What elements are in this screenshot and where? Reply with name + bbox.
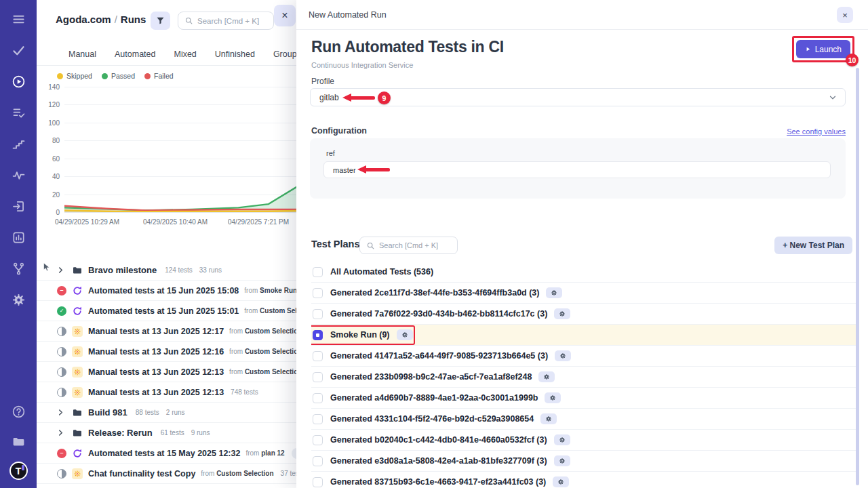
run-title[interactable]: Manual tests at 13 Jun 2025 12:17 [88, 327, 224, 336]
run-row[interactable]: Automated tests at 15 Jun 2025 15:01 fro… [37, 301, 296, 321]
run-title[interactable]: Manual tests at 13 Jun 2025 12:13 [88, 388, 224, 397]
run-folder-row[interactable]: Release: Rerun 61 tests 9 runs [37, 423, 296, 443]
sidebar-item-test-plans[interactable] [9, 103, 28, 122]
test-plan-settings-button[interactable] [397, 329, 413, 340]
sidebar-item-tests[interactable] [9, 41, 28, 60]
panel-close-button[interactable]: × [274, 5, 296, 26]
test-plan-checkbox[interactable] [313, 456, 323, 466]
filter-button[interactable] [151, 12, 170, 30]
tab-unfinished[interactable]: Unfinished [215, 49, 255, 59]
see-config-values-link[interactable]: See config values [787, 127, 846, 136]
user-avatar[interactable]: T [9, 462, 28, 480]
test-plan-label[interactable]: All Automated Tests (536) [330, 267, 433, 277]
test-plan-label[interactable]: Generated 7a76f022-93d0-434b-b462-bb8114… [330, 309, 547, 319]
chevron-right-icon[interactable] [57, 266, 64, 274]
sidebar-item-projects[interactable] [9, 432, 28, 451]
launch-button[interactable]: Launch [796, 40, 850, 58]
test-plan-checkbox[interactable] [313, 414, 323, 424]
new-test-plan-button[interactable]: + New Test Plan [774, 237, 852, 254]
test-plan-checkbox[interactable] [313, 477, 323, 487]
test-plan-settings-button[interactable] [538, 371, 555, 382]
run-title[interactable]: Automated tests at 15 Jun 2025 15:08 [88, 286, 239, 296]
test-plan-settings-button[interactable] [554, 308, 570, 319]
test-plan-checkbox[interactable] [313, 393, 323, 403]
chevron-right-icon[interactable] [57, 429, 64, 436]
folder-name[interactable]: Release: Rerun [88, 428, 153, 438]
test-plans-search[interactable] [359, 237, 458, 254]
run-title[interactable]: Automated tests at 15 May 2025 12:32 [88, 449, 240, 458]
test-plan-checkbox[interactable] [313, 267, 323, 277]
test-plan-row[interactable]: Generated a4d690b7-8889-4ae1-92aa-0c3001… [311, 388, 859, 409]
sidebar-item-menu[interactable] [9, 9, 28, 28]
test-plan-row[interactable]: Smoke Run (9) [311, 325, 859, 346]
test-plan-label[interactable]: Generated 4331c104-f5f2-476e-b92d-c529a3… [330, 414, 534, 424]
test-plan-checkbox[interactable] [313, 309, 323, 319]
test-plan-settings-button[interactable] [546, 287, 562, 298]
tab-mixed[interactable]: Mixed [174, 49, 196, 59]
run-title[interactable]: Manual tests at 13 Jun 2025 12:13 [88, 367, 224, 377]
ref-input[interactable] [323, 161, 831, 178]
sidebar-item-branches[interactable] [9, 259, 28, 278]
test-plan-row[interactable]: Generated b02040c1-c442-4db0-841e-4660a0… [311, 430, 859, 451]
test-plan-settings-button[interactable] [555, 350, 571, 361]
test-plan-checkbox[interactable] [313, 330, 323, 340]
test-plan-row[interactable]: Generated 83715b93-6c1e-4663-9417-ef23a4… [311, 472, 859, 488]
test-plan-checkbox[interactable] [313, 435, 323, 445]
sidebar-item-import[interactable] [9, 197, 28, 216]
run-row[interactable]: Manual tests at 13 Jun 2025 12:16 from C… [37, 342, 296, 362]
tab-manual[interactable]: Manual [68, 49, 96, 59]
sidebar-item-analytics[interactable] [9, 165, 28, 184]
test-plan-label[interactable]: Generated b02040c1-c442-4db0-841e-4660a0… [330, 435, 547, 445]
test-badge[interactable]: test [292, 448, 296, 459]
folder-name[interactable]: Build 981 [88, 407, 127, 418]
run-title[interactable]: Manual tests at 13 Jun 2025 12:16 [88, 347, 224, 357]
run-row[interactable]: Manual tests at 13 Jun 2025 12:13 from C… [37, 362, 296, 382]
test-plan-row[interactable]: Generated e3d08a1a-5808-42e4-a1ab-81bfe3… [311, 451, 859, 472]
run-row[interactable]: Chat functinality test Copy from Custom … [37, 464, 296, 484]
test-plan-settings-button[interactable] [554, 434, 570, 445]
test-plan-label[interactable]: Generated 41471a52-a644-49f7-9085-923713… [330, 351, 548, 361]
run-row[interactable]: Automated tests at 15 Jun 2025 15:08 fro… [37, 281, 296, 301]
test-plan-row[interactable]: All Automated Tests (536) [311, 262, 859, 283]
sidebar-item-settings[interactable] [9, 290, 28, 309]
test-plan-row[interactable]: Generated 4331c104-f5f2-476e-b92d-c529a3… [311, 409, 859, 430]
test-plan-label[interactable]: Generated a4d690b7-8889-4ae1-92aa-0c3001… [330, 393, 538, 403]
tab-automated[interactable]: Automated [115, 49, 155, 59]
test-plan-row[interactable]: Generated 2ce11f7d-38ef-44fe-b353-4f694f… [311, 283, 859, 304]
sidebar-item-reports[interactable] [9, 228, 28, 247]
test-plan-settings-button[interactable] [545, 392, 561, 403]
test-plan-label[interactable]: Smoke Run (9) [330, 330, 390, 340]
sidebar-item-runs[interactable] [9, 72, 28, 91]
run-row[interactable]: Manual tests at 13 Jun 2025 12:17 from C… [37, 321, 296, 342]
modal-close-button[interactable]: × [837, 7, 853, 23]
test-plan-label[interactable]: Generated 2ce11f7d-38ef-44fe-b353-4f694f… [330, 288, 539, 298]
test-plan-label[interactable]: Generated e3d08a1a-5808-42e4-a1ab-81bfe3… [330, 456, 547, 466]
sidebar-item-help[interactable] [9, 402, 28, 421]
runs-search-input[interactable] [197, 17, 267, 25]
sidebar-item-milestones[interactable] [9, 134, 28, 153]
test-plan-label[interactable]: Generated 233b0998-b9c2-47ae-a5cf-7ea1af… [330, 372, 532, 382]
tab-groups[interactable]: Groups [273, 49, 296, 59]
runs-search[interactable] [178, 12, 274, 30]
folder-name[interactable]: Bravo milestone [88, 265, 157, 275]
test-plan-checkbox[interactable] [313, 351, 323, 361]
run-title[interactable]: Automated tests at 15 Jun 2025 15:01 [88, 306, 239, 316]
breadcrumb-project[interactable]: Agoda.com [56, 14, 111, 25]
test-plan-checkbox[interactable] [313, 372, 323, 382]
test-plan-settings-button[interactable] [540, 413, 557, 424]
run-row[interactable]: Manual tests at 13 Jun 2025 12:13 748 te… [37, 382, 296, 403]
run-folder-row[interactable]: Build 981 88 tests 2 runs [37, 403, 296, 423]
test-plan-checkbox[interactable] [313, 288, 323, 298]
test-plan-settings-button[interactable] [554, 455, 570, 466]
chevron-right-icon[interactable] [57, 409, 64, 416]
test-plan-row[interactable]: Generated 41471a52-a644-49f7-9085-923713… [311, 346, 859, 367]
test-plan-row[interactable]: Generated 7a76f022-93d0-434b-b462-bb8114… [311, 304, 859, 325]
test-plans-search-input[interactable] [379, 241, 451, 249]
run-row[interactable]: Automated tests at 15 May 2025 12:32 fro… [37, 443, 296, 464]
run-title[interactable]: Chat functinality test Copy [88, 469, 195, 479]
run-folder-row[interactable]: Bravo milestone 124 tests 33 runs [37, 260, 296, 281]
modal-scrollbar[interactable] [856, 68, 859, 485]
test-plan-settings-button[interactable] [553, 476, 569, 487]
test-plan-row[interactable]: Generated 233b0998-b9c2-47ae-a5cf-7ea1af… [311, 367, 859, 388]
test-plan-label[interactable]: Generated 83715b93-6c1e-4663-9417-ef23a4… [330, 477, 546, 487]
